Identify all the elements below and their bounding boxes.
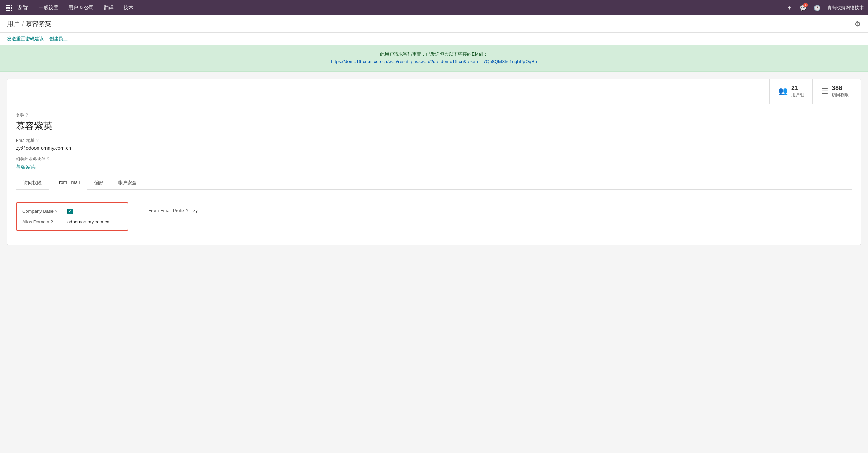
partner-field-value: 慕容紫英 [16,164,852,170]
top-navigation: 设置 一般设置 用户 & 公司 翻译 技术 ✦ 💬 4 🕐 青岛欧姆网络技术 [0,0,868,15]
settings-icon[interactable]: ✦ [784,2,795,13]
menu-translate[interactable]: 翻译 [99,0,119,15]
svg-rect-0 [6,5,8,6]
alert-banner: 此用户请求密码重置，已发送包含以下链接的EMail： https://demo1… [0,45,868,72]
partner-field-label: 相关的业务伙伴 ? [16,156,852,162]
send-reset-password-link[interactable]: 发送重置密码建议 [7,36,44,42]
svg-rect-5 [11,7,12,9]
grid-icon[interactable] [4,3,14,13]
clock-icon[interactable]: 🕐 [812,2,823,13]
svg-rect-3 [6,7,8,9]
breadcrumb-bar: 用户 / 慕容紫英 ⚙ [0,15,868,33]
prefix-help-icon[interactable]: ? [186,208,188,213]
reset-link[interactable]: https://demo16-cn.mixoo.cn/web/reset_pas… [331,59,537,64]
app-title: 设置 [17,4,28,12]
gear-icon[interactable]: ⚙ [855,20,861,28]
form-area: 名称 ? 慕容紫英 Email地址 ? zy@odoomommy.com.cn … [7,104,861,245]
user-groups-count: 21 [791,85,804,92]
company-base-row: Company Base ? ✓ [22,209,122,214]
menu-technical[interactable]: 技术 [119,0,138,15]
breadcrumb-separator: / [22,20,24,28]
main-content: 👥 21 用户组 ☰ 388 访问权限 名称 ? 慕容紫 [0,72,868,252]
svg-rect-7 [8,10,10,11]
user-card: 👥 21 用户组 ☰ 388 访问权限 名称 ? 慕容紫 [7,79,861,245]
from-email-left-panel: Company Base ? ✓ Alias Domain ? odoomomm [16,202,128,231]
tab-account-security[interactable]: 帐户安全 [111,176,144,190]
from-email-grid: Company Base ? ✓ Alias Domain ? odoomomm [16,202,852,231]
alias-domain-value: odoomommy.com.cn [67,219,109,224]
svg-rect-8 [11,10,12,11]
prefix-label: From Email Prefix ? [148,208,190,213]
menu-general-settings[interactable]: 一般设置 [34,0,63,15]
tab-access-rights[interactable]: 访问权限 [16,176,49,190]
stat-user-groups[interactable]: 👥 21 用户组 [769,79,812,104]
tab-preferences[interactable]: 偏好 [87,176,111,190]
breadcrumb: 用户 / 慕容紫英 [7,20,51,28]
svg-rect-6 [6,10,8,11]
name-field-value: 慕容紫英 [16,120,852,132]
company-base-label: Company Base ? [22,209,64,214]
name-help-icon[interactable]: ? [26,113,28,118]
svg-rect-1 [8,5,10,6]
top-menu: 一般设置 用户 & 公司 翻译 技术 [34,0,782,15]
from-email-right-panel: From Email Prefix ? zy [143,202,852,231]
email-field-value: zy@odoomommy.com.cn [16,145,852,151]
stat-access-rights[interactable]: ☰ 388 访问权限 [812,79,857,104]
user-groups-icon: 👥 [778,87,788,96]
svg-rect-2 [11,5,12,6]
breadcrumb-parent[interactable]: 用户 [7,20,20,28]
name-field-label: 名称 ? [16,112,852,118]
tab-content-from-email: Company Base ? ✓ Alias Domain ? odoomomm [16,197,852,236]
chat-badge: 4 [803,3,808,7]
alert-line1: 此用户请求密码重置，已发送包含以下链接的EMail： [7,51,861,58]
alias-domain-help-icon[interactable]: ? [51,219,53,224]
access-rights-icon: ☰ [821,87,828,96]
tab-from-email[interactable]: From Email [49,176,87,190]
create-employee-link[interactable]: 创建员工 [49,36,68,42]
chat-icon[interactable]: 💬 4 [798,2,809,13]
prefix-value: zy [193,208,198,213]
access-rights-count: 388 [832,85,849,92]
alias-domain-label: Alias Domain ? [22,219,64,224]
svg-rect-4 [8,7,10,9]
partner-link[interactable]: 慕容紫英 [16,164,36,169]
menu-users-company[interactable]: 用户 & 公司 [63,0,99,15]
tabs-row: 访问权限 From Email 偏好 帐户安全 [16,176,852,190]
action-bar: 发送重置密码建议 创建员工 [0,33,868,45]
user-groups-label: 用户组 [791,92,804,98]
stats-row: 👥 21 用户组 ☰ 388 访问权限 [7,79,861,104]
alias-domain-row: Alias Domain ? odoomommy.com.cn [22,219,122,224]
access-rights-label: 访问权限 [832,92,849,98]
prefix-row: From Email Prefix ? zy [148,208,847,213]
breadcrumb-current: 慕容紫英 [26,20,51,28]
partner-help-icon[interactable]: ? [47,157,49,162]
company-name: 青岛欧姆网络技术 [827,5,864,11]
topnav-right: ✦ 💬 4 🕐 青岛欧姆网络技术 [784,2,864,13]
company-base-help-icon[interactable]: ? [55,209,57,214]
company-base-checkbox[interactable]: ✓ [67,209,73,214]
email-field-label: Email地址 ? [16,138,852,144]
email-help-icon[interactable]: ? [36,138,39,143]
